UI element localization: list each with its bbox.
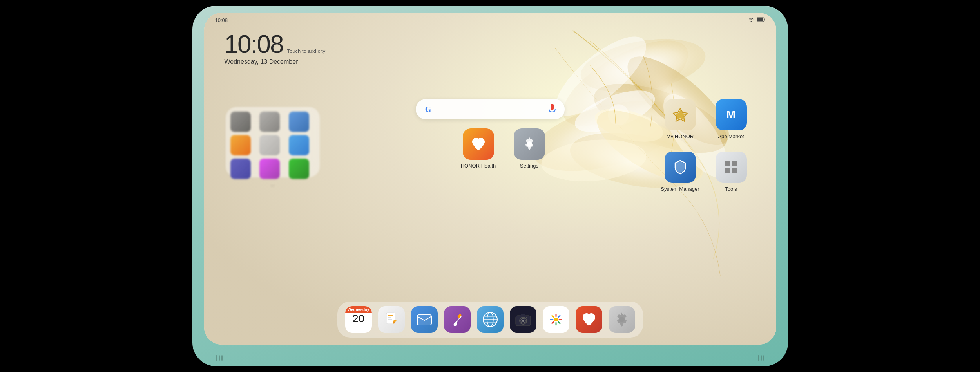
svg-point-7 [591,103,667,148]
google-logo: G [423,104,434,115]
svg-point-43 [526,317,527,318]
app-market-icon: M [716,99,747,130]
svg-point-6 [570,82,660,140]
svg-rect-14 [757,18,763,21]
my-honor-label: My HONOR [667,134,694,140]
tools-label: Tools [725,186,737,192]
svg-rect-21 [725,161,730,166]
speaker-left [216,355,223,361]
svg-point-12 [539,135,648,185]
svg-rect-32 [457,314,461,318]
battery-icon [757,17,765,23]
mic-icon[interactable] [547,104,558,115]
calendar-day-name: Wednesday [345,306,372,313]
clock-touch-city: Touch to add city [287,48,326,54]
app-market[interactable]: M App Market [712,99,751,140]
app-my-honor[interactable]: My HONOR [661,99,700,140]
honor-health-icon [463,128,494,160]
dock-pages[interactable] [378,306,405,333]
status-time: 10:08 [215,17,228,23]
svg-rect-24 [732,168,737,173]
dock-photos[interactable] [543,306,569,333]
dock-system-settings[interactable] [609,306,635,333]
system-manager-label: System Manager [661,186,699,192]
dock-brush[interactable] [444,306,471,333]
right-apps-grid: My HONOR M App Market System Manager [661,99,751,192]
app-settings[interactable]: Settings [510,128,549,169]
svg-rect-15 [551,104,554,110]
search-bar[interactable]: G [416,99,565,119]
calendar-day-number: 20 [352,313,364,325]
svg-point-44 [554,318,558,321]
left-folder[interactable]: ... [226,107,320,177]
app-system-manager[interactable]: System Manager [661,152,700,192]
system-manager-icon [665,152,696,183]
svg-point-42 [522,320,524,322]
svg-rect-28 [388,317,391,318]
svg-rect-27 [388,315,393,316]
svg-rect-29 [388,319,392,320]
svg-point-1 [576,31,710,101]
wifi-icon [748,17,754,23]
tools-icon [716,152,747,183]
speaker-right [758,355,764,361]
dock-calendar[interactable]: Wednesday 20 [345,306,372,333]
clock-widget[interactable]: 10:08 Touch to add city Wednesday, 13 De… [225,32,326,65]
honor-health-label: HONOR Health [461,163,496,169]
app-honor-health[interactable]: HONOR Health [459,128,498,169]
my-honor-icon [665,99,696,130]
app-tools[interactable]: Tools [712,152,751,192]
settings-label: Settings [520,163,538,169]
clock-date: Wednesday, 13 December [225,58,326,65]
dock-browser[interactable] [477,306,504,333]
svg-rect-22 [732,161,737,166]
clock-time: 10:08 [225,32,283,57]
tablet-screen: 10:08 10:08 Touch to add city Wednesday,… [204,13,776,345]
settings-icon [514,128,545,160]
status-bar: 10:08 [204,13,776,27]
dock-camera[interactable] [510,306,536,333]
app-market-label: App Market [718,134,744,140]
search-input[interactable] [438,99,542,119]
dock: Wednesday 20 [337,302,643,338]
svg-point-8 [608,104,629,125]
status-icons [748,17,765,23]
middle-apps-grid: HONOR Health Settings [459,128,549,169]
svg-rect-23 [725,168,730,173]
dock-health[interactable] [576,306,602,333]
tablet-device: 10:08 10:08 Touch to add city Wednesday,… [192,6,788,366]
dock-mail[interactable] [411,306,438,333]
